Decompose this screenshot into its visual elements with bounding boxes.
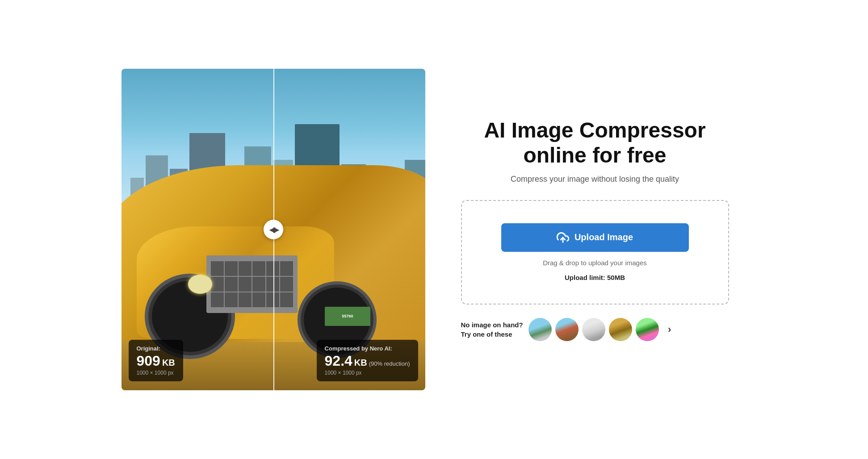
compressed-dims: 1000 × 1000 px <box>325 370 410 376</box>
original-unit: KB <box>162 358 175 368</box>
upload-image-button[interactable]: Upload Image <box>501 223 689 252</box>
original-label: Original: <box>137 345 175 352</box>
compressed-reduction: (90% reduction) <box>369 360 410 367</box>
upload-limit-text: Upload limit: 50MB <box>565 274 625 281</box>
sample-thumb-windmill[interactable] <box>528 318 552 341</box>
more-samples-button[interactable]: › <box>663 322 677 337</box>
headlight <box>188 275 212 294</box>
compressed-unit: KB <box>354 358 367 368</box>
compressed-size: 92.4 <box>325 354 352 368</box>
sample-images-row: No image on hand? Try one of these <box>461 318 729 341</box>
license-plate: 55760 <box>325 307 370 326</box>
page-subtitle: Compress your image without losing the q… <box>461 175 729 184</box>
right-panel: AI Image Compressor online for free Comp… <box>461 118 729 341</box>
original-stats-box: Original: 909 KB 1000 × 1000 px <box>129 340 183 381</box>
sample-thumb-mountain[interactable] <box>555 318 579 341</box>
sample-thumb-door[interactable] <box>609 318 632 341</box>
drag-drop-text: Drag & drop to upload your images <box>543 259 647 267</box>
sample-images-list: › <box>528 318 677 341</box>
original-dims: 1000 × 1000 px <box>137 370 175 376</box>
original-size: 909 <box>137 354 160 368</box>
sample-thumb-flower[interactable] <box>636 318 659 341</box>
comparison-divider-button[interactable]: ◀▶ <box>264 220 283 239</box>
page-container: 55760 ◀▶ Original: 909 KB 1000 × 1000 px… <box>122 69 747 390</box>
samples-label: No image on hand? Try one of these <box>461 320 523 339</box>
upload-drop-area[interactable]: Upload Image Drag & drop to upload your … <box>461 200 729 305</box>
upload-cloud-icon <box>557 231 569 244</box>
car-grille <box>206 255 298 313</box>
compressed-label: Compressed by Nero AI: <box>325 345 410 352</box>
page-title: AI Image Compressor online for free <box>461 118 729 167</box>
image-comparison-panel: 55760 ◀▶ Original: 909 KB 1000 × 1000 px… <box>122 69 425 390</box>
upload-button-label: Upload Image <box>574 232 633 242</box>
compressed-stats-box: Compressed by Nero AI: 92.4 KB (90% redu… <box>317 340 418 381</box>
sample-thumb-cat[interactable] <box>582 318 605 341</box>
